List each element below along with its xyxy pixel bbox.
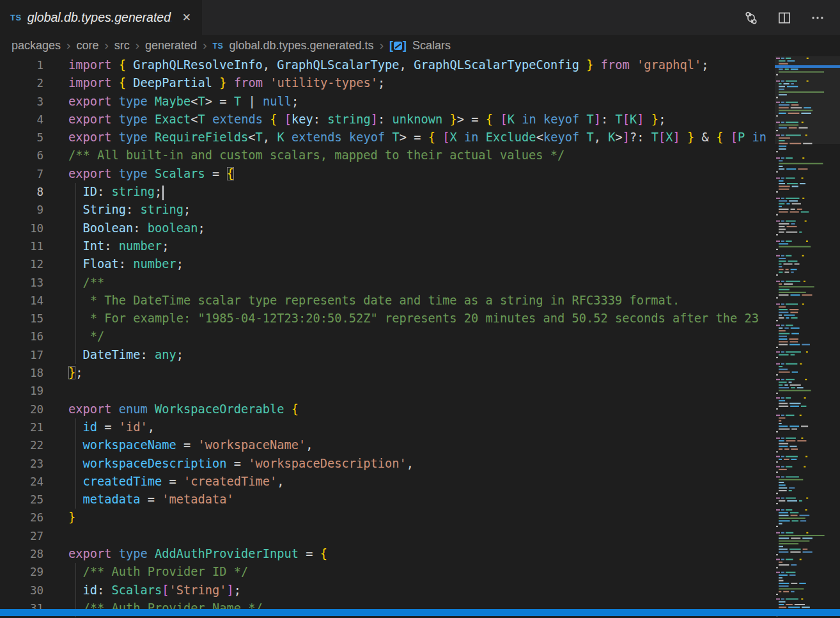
minimap[interactable] — [775, 56, 840, 618]
breadcrumb-item-src[interactable]: src — [114, 39, 130, 52]
code-line[interactable]: 1import { GraphQLResolveInfo, GraphQLSca… — [0, 56, 775, 74]
editor-actions — [743, 0, 840, 35]
code-line[interactable]: 11 Int: number; — [0, 237, 775, 255]
code-area[interactable]: 1import { GraphQLResolveInfo, GraphQLSca… — [0, 56, 775, 618]
line-number: 16 — [0, 328, 43, 345]
breadcrumb-separator: › — [203, 38, 206, 52]
symbol-type-icon: [] — [389, 39, 407, 52]
code-line[interactable]: 14 * The DateTime scalar type represents… — [0, 292, 775, 310]
line-number: 2 — [0, 74, 43, 92]
breadcrumb-separator: › — [380, 38, 384, 52]
line-number: 25 — [0, 491, 43, 509]
line-number: 5 — [0, 129, 43, 147]
line-number: 28 — [0, 545, 43, 563]
line-number: 10 — [0, 219, 43, 237]
line-number: 14 — [0, 292, 43, 310]
line-number: 23 — [0, 455, 43, 473]
code-line[interactable]: 19 — [0, 382, 775, 400]
code-line[interactable]: 26} — [0, 509, 775, 527]
bottom-highlight-bar — [0, 609, 840, 616]
text-cursor — [162, 186, 164, 200]
code-line[interactable]: 21 id = 'id', — [0, 418, 775, 436]
code-line[interactable]: 20export enum WorkspaceOrderable { — [0, 400, 775, 418]
code-line[interactable]: 8 ID: string; — [0, 183, 775, 201]
breadcrumb-separator: › — [66, 38, 70, 52]
breadcrumb-item-generated[interactable]: generated — [145, 39, 197, 52]
code-line[interactable]: 16 */ — [0, 328, 775, 345]
code-line[interactable]: 30 id: Scalars['String']; — [0, 582, 775, 599]
breadcrumb-item-filename[interactable]: global.db.types.generated.ts — [229, 39, 373, 52]
breadcrumb-separator: › — [104, 38, 108, 52]
line-number: 18 — [0, 364, 43, 382]
compare-changes-icon[interactable] — [743, 10, 759, 26]
line-number: 22 — [0, 436, 43, 454]
line-number: 15 — [0, 310, 43, 328]
tab-title: global.db.types.generated.ts — [27, 10, 171, 25]
line-number: 13 — [0, 274, 43, 292]
code-line[interactable]: 22 workspaceName = 'workspaceName', — [0, 436, 775, 454]
line-number: 8 — [0, 183, 43, 201]
code-line[interactable]: 3export type Maybe<T> = T | null; — [0, 93, 775, 111]
code-line[interactable]: 27 — [0, 527, 775, 545]
breadcrumb-item-packages[interactable]: packages — [12, 39, 61, 52]
line-number: 24 — [0, 473, 43, 491]
code-line[interactable]: 12 Float: number; — [0, 255, 775, 273]
line-number: 7 — [0, 165, 43, 183]
breadcrumb-item-core[interactable]: core — [76, 39, 98, 52]
code-line[interactable]: 6/** All built-in and custom scalars, ma… — [0, 147, 775, 164]
breadcrumb: packages › core › src › generated › TS g… — [0, 35, 840, 56]
line-number: 21 — [0, 418, 43, 436]
breadcrumb-separator: › — [136, 38, 139, 52]
code-line[interactable]: 2import { DeepPartial } from 'utility-ty… — [0, 74, 775, 92]
close-icon[interactable]: ✕ — [180, 10, 193, 26]
code-line[interactable]: 7export type Scalars = { — [0, 165, 775, 183]
minimap-slider[interactable] — [775, 56, 840, 144]
line-number: 27 — [0, 527, 43, 545]
line-number: 29 — [0, 563, 43, 581]
code-line[interactable]: 29 /** Auth Provider ID */ — [0, 563, 775, 581]
code-line[interactable]: 13 /** — [0, 274, 775, 292]
code-line[interactable]: 15 * For example: "1985-04-12T23:20:50.5… — [0, 310, 775, 328]
code-line[interactable]: 28export type AddAuthProviderInput = { — [0, 545, 775, 563]
code-line[interactable]: 10 Boolean: boolean; — [0, 219, 775, 237]
line-number: 11 — [0, 237, 43, 255]
line-number: 30 — [0, 582, 43, 599]
code-line[interactable]: 25 metadata = 'metadata' — [0, 491, 775, 509]
code-line[interactable]: 18}; — [0, 364, 775, 382]
tab-global-db-types-generated[interactable]: TS global.db.types.generated.ts ✕ — [0, 0, 202, 35]
code-line[interactable]: 17 DateTime: any; — [0, 346, 775, 364]
code-line[interactable]: 9 String: string; — [0, 201, 775, 219]
line-number: 19 — [0, 382, 43, 400]
code-line[interactable]: 24 createdTime = 'createdTime', — [0, 473, 775, 491]
line-number: 20 — [0, 400, 43, 418]
breadcrumb-item-scalars[interactable]: Scalars — [412, 39, 451, 52]
line-number: 17 — [0, 346, 43, 364]
more-actions-icon[interactable] — [809, 10, 826, 26]
line-number: 4 — [0, 111, 43, 129]
line-number: 12 — [0, 255, 43, 273]
line-number: 3 — [0, 93, 43, 111]
split-editor-icon[interactable] — [776, 10, 793, 26]
typescript-file-icon: TS — [212, 42, 223, 51]
line-number: 6 — [0, 147, 43, 164]
line-number: 1 — [0, 56, 43, 74]
line-number: 9 — [0, 201, 43, 219]
typescript-file-icon: TS — [10, 13, 22, 22]
code-line[interactable]: 23 workspaceDescription = 'workspaceDesc… — [0, 455, 775, 473]
code-line[interactable]: 4export type Exact<T extends { [key: str… — [0, 111, 775, 129]
tab-bar: TS global.db.types.generated.ts ✕ — [0, 0, 840, 35]
vscode-window: TS global.db.types.generated.ts ✕ — [0, 0, 840, 618]
line-number: 26 — [0, 509, 43, 527]
code-line[interactable]: 5export type RequireFields<T, K extends … — [0, 129, 775, 147]
